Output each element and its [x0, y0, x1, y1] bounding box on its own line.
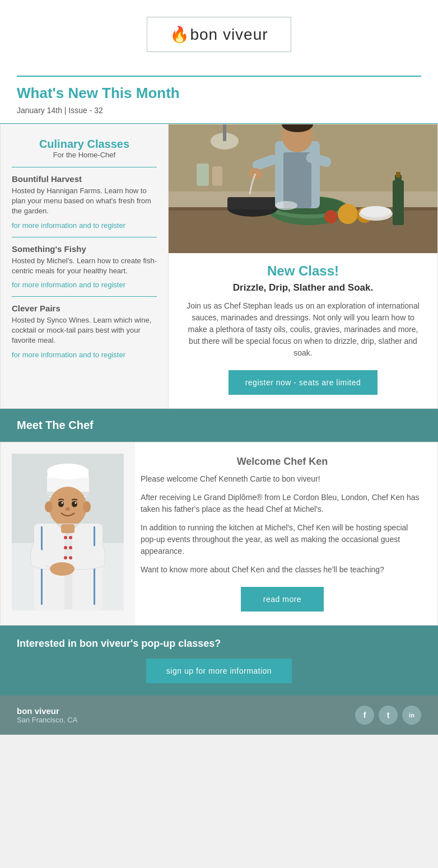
register-now-button[interactable]: register now - seats are limited	[229, 370, 378, 395]
class-item-somethings-fishy: Something's Fishy Hosted by Michel's. Le…	[12, 244, 157, 290]
new-class-label: New Class!	[182, 263, 424, 279]
meet-chef-title: Meet The Chef	[17, 419, 421, 432]
popup-classes-title: Interested in bon viveur's pop-up classe…	[17, 638, 421, 650]
twitter-icon[interactable]: t	[379, 706, 398, 725]
chef-welcome-title: Welcome Chef Ken	[141, 456, 424, 468]
class-3-link[interactable]: for more information and to register	[12, 351, 125, 359]
new-class-name: Drizzle, Drip, Slather and Soak.	[182, 282, 424, 293]
svg-rect-57	[61, 524, 74, 533]
class-2-name: Something's Fishy	[12, 244, 157, 254]
class-1-name: Bountiful Harvest	[12, 174, 157, 184]
svg-point-51	[64, 536, 67, 539]
svg-point-52	[64, 546, 67, 549]
svg-point-53	[64, 556, 67, 559]
meet-chef-banner: Meet The Chef	[0, 409, 438, 442]
footer: bon viveur San Francisco, CA f t in	[0, 696, 438, 735]
class-3-desc: Hosted by Synco Wines. Learn which wine,…	[12, 315, 157, 346]
logo-flame-icon: 🔥	[170, 26, 190, 43]
social-icons: f t in	[355, 706, 421, 725]
class-item-bountiful-harvest: Bountiful Harvest Hosted by Hannigan Far…	[12, 174, 157, 230]
svg-point-42	[72, 501, 77, 507]
culinary-classes-subtitle: For the Home-Chef	[12, 151, 157, 159]
newsletter-date-issue: January 14th | Issue - 32	[17, 106, 103, 115]
footer-brand: bon viveur San Francisco, CA	[17, 706, 77, 724]
cooking-image	[169, 124, 437, 253]
chef-info-column: Welcome Chef Ken Please welcome Chef Ken…	[135, 442, 437, 625]
newsletter-title: What's New This Month	[17, 85, 421, 102]
popup-classes-section: Interested in bon viveur's pop-up classe…	[0, 626, 438, 696]
chef-intro: Please welcome Chef Kenneth Cartie to bo…	[141, 473, 424, 485]
svg-point-43	[62, 502, 63, 504]
svg-point-56	[69, 556, 72, 559]
new-class-content: New Class! Drizzle, Drip, Slather and So…	[169, 253, 437, 408]
chef-image-column	[1, 442, 135, 625]
facebook-icon[interactable]: f	[355, 706, 374, 725]
signup-button[interactable]: sign up for more information	[146, 659, 292, 683]
class-item-clever-pairs: Clever Pairs Hosted by Synco Wines. Lear…	[12, 304, 157, 360]
chef-image	[12, 454, 124, 610]
read-more-button[interactable]: read more	[241, 587, 324, 612]
svg-point-39	[45, 501, 53, 512]
class-1-link[interactable]: for more information and to register	[12, 221, 125, 230]
class-3-name: Clever Pairs	[12, 304, 157, 313]
chef-bio-1: After receiving Le Grand Diplôme® from L…	[141, 492, 424, 515]
svg-point-40	[83, 501, 91, 512]
logo-box: 🔥bon viveur	[147, 17, 291, 52]
culinary-classes-title: Culinary Classes	[12, 138, 157, 151]
footer-brand-name: bon viveur	[17, 706, 77, 716]
svg-point-50	[50, 562, 74, 576]
email-wrapper: 🔥bon viveur What's New This Month Januar…	[0, 0, 438, 735]
new-class-description: Join us as Chef Stephan leads us on an e…	[182, 300, 424, 359]
new-class-column: New Class! Drizzle, Drip, Slather and So…	[169, 124, 437, 408]
svg-point-41	[58, 501, 64, 507]
svg-rect-36	[48, 469, 88, 478]
svg-point-45	[66, 507, 70, 511]
svg-point-54	[69, 536, 72, 539]
two-column-section: Culinary Classes For the Home-Chef Bount…	[0, 124, 438, 409]
header: 🔥bon viveur	[0, 0, 438, 63]
logo-text: bon viveur	[190, 26, 268, 43]
chef-section: Welcome Chef Ken Please welcome Chef Ken…	[0, 442, 438, 626]
svg-rect-30	[169, 124, 437, 253]
chef-bio-3: Want to know more about Chef Ken and the…	[141, 564, 424, 576]
class-2-link[interactable]: for more information and to register	[12, 281, 125, 289]
svg-point-55	[69, 546, 72, 549]
chef-bio-2: In addition to running the kitchen at Mi…	[141, 522, 424, 557]
svg-point-38	[49, 487, 87, 527]
linkedin-icon[interactable]: in	[402, 706, 421, 725]
footer-location: San Francisco, CA	[17, 716, 77, 724]
class-1-desc: Hosted by Hannigan Farms. Learn how to p…	[12, 186, 157, 217]
culinary-classes-column: Culinary Classes For the Home-Chef Bount…	[1, 124, 169, 408]
svg-point-44	[75, 502, 77, 504]
class-2-desc: Hosted by Michel's. Learn how to create …	[12, 256, 157, 276]
